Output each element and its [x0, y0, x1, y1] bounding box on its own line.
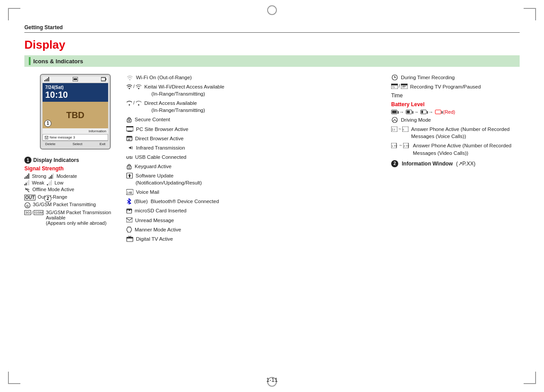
right-item-driving: Driving Mode [391, 116, 520, 123]
svg-rect-20 [126, 126, 133, 127]
bat-quarter-icon [420, 110, 427, 114]
mid-item-keitai-wifi: / Keitai Wi-Fi/Direct Access Available (… [126, 83, 388, 97]
phone-circle-2-overlay: 2 [44, 195, 53, 202]
packet-transmitting-row: G 3G/GSM Packet Transmitting [24, 202, 126, 208]
mid-item-manner: Manner Mode Active [126, 226, 388, 233]
signal-moderate-icon [49, 173, 54, 179]
svg-rect-32 [129, 167, 130, 168]
infrared-label: Infrared Transmission [136, 144, 185, 151]
corner-decoration-br [524, 372, 536, 384]
mid-item-secure: Secure Content [126, 116, 388, 123]
indicator-title: 1 Display Indicators [24, 157, 126, 164]
bat-half-icon [406, 110, 412, 114]
info-window-ref: (↗P.XX) [455, 161, 475, 167]
manner-label: Manner Mode Active [135, 226, 181, 233]
out-of-range-icon: OUT [24, 195, 35, 200]
corner-decoration-tl [8, 8, 20, 20]
bat-full-icon [391, 110, 397, 114]
svg-rect-3 [48, 77, 49, 81]
mid-item-keyguard: Keyguard Active [126, 163, 388, 170]
svg-point-49 [394, 77, 395, 78]
page-number: 1-11 [266, 377, 278, 383]
svg-text:6: 6 [130, 191, 132, 194]
keitai-wifi-label: Keitai Wi-Fi/Direct Access Available (In… [144, 83, 225, 97]
packet-transmitting-label: 3G/GSM Packet Transmitting [33, 202, 96, 207]
svg-point-14 [138, 88, 139, 89]
svg-point-13 [129, 88, 130, 89]
mid-item-direct-browser: Direct Browser Active [126, 135, 388, 142]
svg-line-27 [132, 146, 132, 147]
section-bar: Icons & Indicators [24, 55, 520, 67]
svg-text:USB: USB [126, 155, 132, 160]
software-label: Software Update(Notification/Updating/Re… [136, 172, 202, 186]
bat-red-label: (Red) [443, 109, 455, 115]
recording-tv-label: Recording TV Program/Paused [410, 83, 481, 90]
packet-available-icons: 3G / GSM [24, 210, 43, 215]
svg-point-16 [138, 104, 139, 106]
mid-item-usb: USB USB Cable Connected [126, 154, 388, 161]
svg-rect-6 [101, 77, 105, 81]
phone-btn-exit: Exit [100, 142, 105, 146]
svg-point-18 [128, 120, 130, 121]
svg-text:G: G [26, 204, 29, 208]
signal-strength-title: Signal Strength [24, 165, 126, 172]
phone-info-label: Information [89, 129, 106, 133]
keyguard-label: Keyguard Active [135, 163, 171, 170]
svg-text:2 TV: 2 TV [404, 145, 409, 147]
bat-arrow1: → [399, 109, 404, 115]
signal-low-label: Low [54, 180, 63, 185]
direct-access-label: Direct Access Available(In-Range/Transmi… [144, 100, 205, 114]
phone-status-bar [43, 77, 108, 83]
signal-icons-row: Strong Moderate [24, 173, 126, 179]
phone-time: 10:10 [45, 90, 68, 100]
phone-signal-icon [44, 77, 50, 82]
section-bar-label: Icons & Indicators [33, 58, 83, 65]
battery-level-title: Battery Level [391, 101, 520, 108]
driving-mode-label: Driving Mode [401, 116, 431, 123]
mid-item-pc-browser: PC Site Browser Active [126, 126, 388, 133]
wifi-out-label: Wi-Fi On (Out-of-Range) [136, 74, 192, 81]
signal-moderate-label: Moderate [56, 173, 77, 179]
display-indicators-label: Display Indicators [33, 157, 79, 163]
mid-item-software: Software Update(Notification/Updating/Re… [126, 172, 388, 186]
mid-item-microsd: microSD Card Inserted [126, 207, 388, 214]
svg-text:5: 5 [403, 128, 404, 131]
mid-item-unread: Unread Message [126, 217, 388, 224]
svg-point-12 [129, 79, 131, 81]
phone-circle-1: 1 [44, 120, 51, 127]
svg-rect-7 [105, 78, 106, 80]
signal-low-icon [47, 180, 52, 185]
answer-voice-icons: 1 5 ～ 5 [391, 126, 408, 132]
phone-bottom-bar: Delete Select Exit [43, 141, 108, 147]
svg-line-9 [25, 188, 29, 192]
info-window-label: Information Window [402, 161, 453, 167]
svg-rect-24 [127, 136, 132, 138]
phone-mockup: 7/24(Sat) 10:10 TBD Information New mess… [40, 74, 111, 150]
keitai-wifi-icons: / [126, 84, 142, 90]
svg-rect-0 [44, 80, 45, 81]
svg-text:1: 1 [392, 128, 393, 131]
circle-2: 2 [391, 160, 398, 167]
svg-point-15 [129, 104, 130, 106]
bluetooth-label: (Blue) Bluetooth® Device Connected [134, 198, 219, 205]
mid-section: Wi-Fi On (Out-of-Range) / [126, 74, 391, 245]
signal-weak-label: Weak [32, 180, 44, 185]
svg-rect-22 [128, 131, 132, 132]
timer-recording-label: During Timer Recording [401, 74, 455, 81]
packet-available-row: 3G / GSM 3G/GSM Packet Transmission Avai… [24, 210, 126, 226]
right-item-timer-rec: During Timer Recording [391, 74, 520, 81]
info-window-note: 2 Information Window (↗P.XX) [391, 160, 520, 167]
top-circle-decoration [267, 5, 277, 15]
right-item-recording-tv: TV / TV Recording TV Program/Paused [391, 83, 520, 90]
offline-mode-label: Offline Mode Active [32, 187, 74, 192]
phone-message-bar: New message 3 [43, 134, 108, 141]
svg-text:5: 5 [394, 128, 395, 131]
answer-video-label: Answer Phone Active (Number of RecordedM… [413, 142, 511, 156]
answer-video-icons: 1 TV ～ 2 TV [391, 142, 410, 148]
corner-decoration-tr [524, 8, 536, 20]
svg-rect-5 [74, 78, 77, 80]
right-item-answer-voice: 1 5 ～ 5 Answer Phone Active (Number of R… [391, 126, 520, 140]
voicemail-label: Voice Mail [136, 188, 159, 196]
signal-icons-row2: Weak Low [24, 180, 126, 185]
secure-content-label: Secure Content [135, 116, 170, 123]
